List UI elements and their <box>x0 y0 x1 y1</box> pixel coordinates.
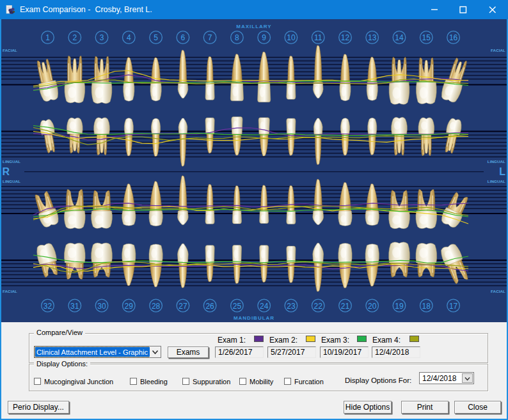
svg-text:12: 12 <box>341 33 350 42</box>
svg-text:18: 18 <box>422 302 431 311</box>
svg-text:25: 25 <box>233 302 242 311</box>
svg-text:29: 29 <box>125 302 134 311</box>
svg-text:24: 24 <box>260 302 269 311</box>
svg-text:13: 13 <box>368 33 377 42</box>
svg-text:19: 19 <box>395 302 404 311</box>
svg-text:2: 2 <box>72 33 77 42</box>
svg-text:3: 3 <box>100 33 104 42</box>
svg-text:26: 26 <box>205 302 214 311</box>
svg-text:4: 4 <box>127 33 131 42</box>
svg-text:LINGUAL: LINGUAL <box>488 159 505 164</box>
svg-text:1: 1 <box>45 33 50 42</box>
svg-text:22: 22 <box>314 302 323 311</box>
svg-text:7: 7 <box>208 33 212 42</box>
svg-text:15: 15 <box>422 33 431 42</box>
svg-text:FACIAL: FACIAL <box>3 48 17 52</box>
svg-text:20: 20 <box>368 302 377 311</box>
svg-text:23: 23 <box>287 302 296 311</box>
svg-text:30: 30 <box>97 302 106 311</box>
svg-text:28: 28 <box>152 302 161 311</box>
svg-text:31: 31 <box>70 302 79 311</box>
svg-text:16: 16 <box>449 33 458 42</box>
svg-text:R: R <box>3 166 10 177</box>
svg-text:L: L <box>499 166 505 177</box>
svg-text:FACIAL: FACIAL <box>491 48 505 52</box>
svg-text:10: 10 <box>287 33 296 42</box>
svg-text:5: 5 <box>154 33 158 42</box>
svg-text:LINGUAL: LINGUAL <box>3 179 20 183</box>
svg-text:8: 8 <box>235 33 239 42</box>
svg-text:11: 11 <box>314 33 322 42</box>
svg-text:6: 6 <box>181 33 186 42</box>
svg-text:LINGUAL: LINGUAL <box>3 159 20 164</box>
svg-text:9: 9 <box>262 33 266 42</box>
svg-text:FACIAL: FACIAL <box>3 289 17 293</box>
svg-text:17: 17 <box>449 302 458 311</box>
svg-text:MAXILLARY: MAXILLARY <box>236 24 271 29</box>
svg-text:27: 27 <box>179 302 187 311</box>
svg-text:14: 14 <box>395 33 404 42</box>
svg-text:FACIAL: FACIAL <box>491 289 505 293</box>
svg-text:MANDIBULAR: MANDIBULAR <box>234 315 274 321</box>
svg-text:LINGUAL: LINGUAL <box>488 179 505 183</box>
svg-text:21: 21 <box>341 302 350 311</box>
svg-text:32: 32 <box>44 302 52 311</box>
